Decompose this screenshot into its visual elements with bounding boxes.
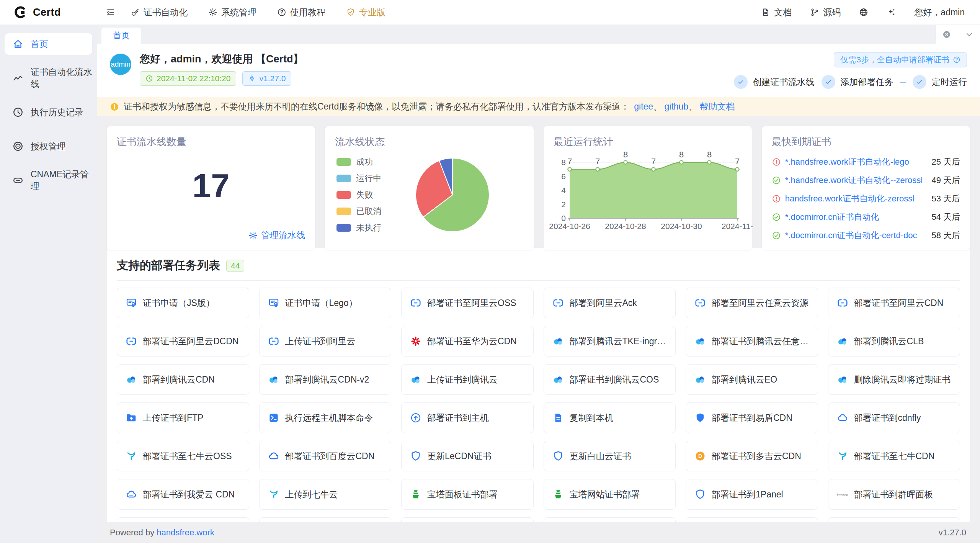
question-circle-icon [953, 56, 960, 64]
task-card[interactable]: 部署到阿里云Ack [544, 288, 676, 318]
close-tab-button[interactable] [936, 25, 958, 44]
task-label: 部署证书到易盾CDN [712, 412, 792, 424]
task-card[interactable]: 上传到七牛云 [259, 479, 392, 510]
task-card[interactable]: 部署至阿里云任意云资源 [686, 288, 818, 318]
legend-item-未执行[interactable]: 未执行 [336, 222, 381, 234]
task-card[interactable]: 部署到腾讯云EO [686, 364, 818, 395]
terminal-icon [268, 412, 279, 424]
svg-text:8: 8 [623, 150, 627, 159]
task-card[interactable]: 部署证书到1Panel [686, 479, 818, 510]
tab-list-dropdown-button[interactable] [958, 25, 980, 44]
aliyun-icon [268, 335, 279, 347]
task-card[interactable]: 部署证书至阿里云DCDN [117, 326, 249, 357]
manage-pipelines-link[interactable]: 管理流水线 [248, 229, 305, 241]
task-card[interactable]: 宝塔面板证书部署 [401, 479, 534, 510]
nav-item-系统管理[interactable]: 系统管理 [208, 7, 256, 18]
task-card[interactable]: 部署到腾讯云CLB [828, 326, 960, 357]
notice-link-github[interactable]: github [665, 101, 689, 111]
powered-by: Powered by handsfree.work [110, 528, 214, 538]
task-card-partial[interactable] [828, 517, 960, 522]
task-label: 上传证书到腾讯云 [427, 374, 498, 386]
cert-name-link[interactable]: *.docmirror.cn证书自动化 [785, 211, 925, 223]
legend-item-已取消[interactable]: 已取消 [336, 206, 381, 217]
task-card[interactable]: 部署证书到我爱云 CDN [117, 479, 249, 510]
task-card[interactable]: D部署证书到多吉云CDN [686, 441, 818, 471]
task-card[interactable]: 上传证书到腾讯云 [401, 364, 534, 395]
notice-link-gitee[interactable]: gitee [634, 101, 653, 111]
task-card[interactable]: 部署证书到腾讯云COS [544, 364, 676, 395]
task-card[interactable]: 部署证书至阿里云CDN [828, 288, 960, 318]
nav-item-专业版[interactable]: 专业版 [346, 7, 385, 18]
task-card-partial[interactable] [686, 517, 818, 522]
guide-badge[interactable]: 仅需3步，全自动申请部署证书 [834, 52, 967, 67]
handsfree-link[interactable]: handsfree.work [157, 528, 214, 537]
task-card[interactable]: 更新LeCDN证书 [401, 441, 534, 471]
scroll-area[interactable]: 证书流水线数量 17 管理流水线 流水线状态 成功运行中失败已取消未执行 [97, 116, 980, 522]
sidebar-item-CNAME记录管理[interactable]: CNAME记录管理 [5, 170, 92, 191]
task-card[interactable]: 部署证书到易盾CDN [686, 402, 818, 433]
quick-steps: 创建证书流水线添加部署任务–定时运行 [734, 75, 967, 89]
quick-step-3[interactable]: 定时运行 [913, 75, 967, 89]
task-card[interactable]: 复制到本机 [544, 402, 676, 433]
task-card[interactable]: 删除腾讯云即将过期证书 [828, 364, 960, 395]
task-card[interactable]: 部署证书至七牛云OSS [117, 441, 249, 471]
nav-item-证书自动化[interactable]: 证书自动化 [131, 7, 188, 18]
task-card[interactable]: 更新白山云证书 [544, 441, 676, 471]
nav-right-源码[interactable]: 源码 [810, 7, 841, 18]
avatar[interactable]: admin [110, 54, 131, 75]
quick-step-2[interactable]: 添加部署任务 [822, 75, 893, 89]
legend-item-运行中[interactable]: 运行中 [336, 173, 381, 184]
cert-name-link[interactable]: handsfree.work证书自动化-zerossl [785, 193, 925, 204]
sidebar-item-执行历史记录[interactable]: 执行历史记录 [5, 101, 92, 123]
task-card[interactable]: Synology部署证书到群晖面板 [828, 479, 960, 510]
task-card[interactable]: 部署到腾讯云CDN [117, 364, 249, 395]
task-card[interactable]: 部署到腾讯云TKE-ingress [544, 326, 676, 357]
task-card[interactable]: 证书申请（Lego） [259, 288, 392, 318]
deploy-tasks-count-badge: 44 [226, 260, 244, 272]
cert-name-link[interactable]: *.docmirror.cn证书自动化-certd-doc [785, 230, 925, 241]
task-card-partial[interactable] [544, 517, 676, 522]
quick-step-1[interactable]: 创建证书流水线 [734, 75, 815, 89]
pie-chart-area: 成功运行中失败已取消未执行 [335, 149, 523, 241]
task-card[interactable]: 宝塔网站证书部署 [544, 479, 676, 510]
task-card[interactable]: 上传证书到阿里云 [259, 326, 392, 357]
sidebar-item-授权管理[interactable]: 授权管理 [5, 136, 92, 157]
task-card[interactable]: 部署证书到百度云CDN [259, 441, 392, 471]
sidebar-item-证书自动化流水线[interactable]: 证书自动化流水线 [5, 67, 92, 89]
link-icon [12, 175, 24, 186]
task-card[interactable]: 部署到腾讯云CDN-v2 [259, 364, 392, 395]
legend-item-失败[interactable]: 失败 [336, 189, 381, 201]
cert-name-link[interactable]: *.handsfree.work证书自动化-lego [785, 156, 925, 168]
version-badge: v1.27.0 [242, 71, 291, 86]
nav-right-globe-icon[interactable] [859, 8, 868, 17]
task-card[interactable]: 执行远程主机脚本命令 [259, 402, 392, 433]
task-card[interactable]: 部署证书至华为云CDN [401, 326, 534, 357]
legend-item-成功[interactable]: 成功 [336, 156, 381, 168]
task-card-partial[interactable] [117, 517, 249, 522]
sidebar-item-首页[interactable]: 首页 [5, 33, 92, 55]
card-title: 证书流水线数量 [117, 135, 305, 149]
cert-name-link[interactable]: *.handsfree.work证书自动化--zerossl [785, 175, 925, 186]
task-card[interactable]: 证书申请（JS版） [117, 288, 249, 318]
aliyun-icon [837, 297, 848, 309]
task-card[interactable]: 部署证书到主机 [401, 402, 534, 433]
app-logo[interactable]: Certd [0, 5, 97, 20]
svg-text:2: 2 [561, 200, 566, 209]
shield-fill-icon [694, 412, 706, 424]
task-card[interactable]: 部署证书到腾讯云任意云资源 [686, 326, 818, 357]
task-card[interactable]: 部署证书至阿里云OSS [401, 288, 534, 318]
home-icon [12, 38, 24, 50]
task-card-partial[interactable] [401, 517, 534, 522]
task-card-partial[interactable] [259, 517, 392, 522]
tab-home[interactable]: 首页 [101, 28, 141, 44]
check-icon [916, 78, 923, 86]
nav-item-使用教程[interactable]: 使用教程 [277, 7, 325, 18]
user-greeting[interactable]: 您好，admin [914, 7, 965, 18]
nav-right-文档[interactable]: 文档 [761, 7, 792, 18]
task-card[interactable]: 部署证书到cdnfly [828, 402, 960, 433]
notice-link-帮助文档[interactable]: 帮助文档 [700, 101, 735, 111]
nav-right-sparkles-icon[interactable] [887, 8, 896, 17]
task-card[interactable]: 上传证书到FTP [117, 402, 249, 433]
menu-collapse-icon[interactable] [106, 8, 115, 17]
task-card[interactable]: 部署证书至七牛CDN [828, 441, 960, 471]
